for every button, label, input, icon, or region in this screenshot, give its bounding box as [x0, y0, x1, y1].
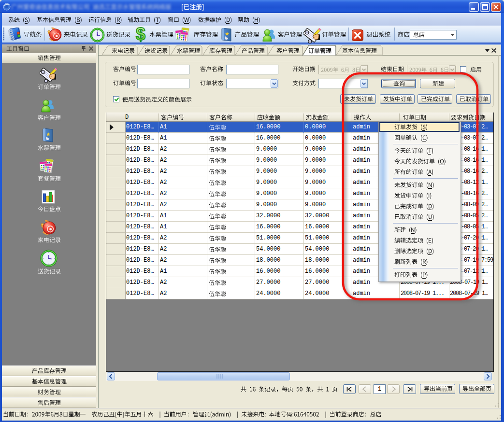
svg-text:$: $ [136, 27, 145, 42]
